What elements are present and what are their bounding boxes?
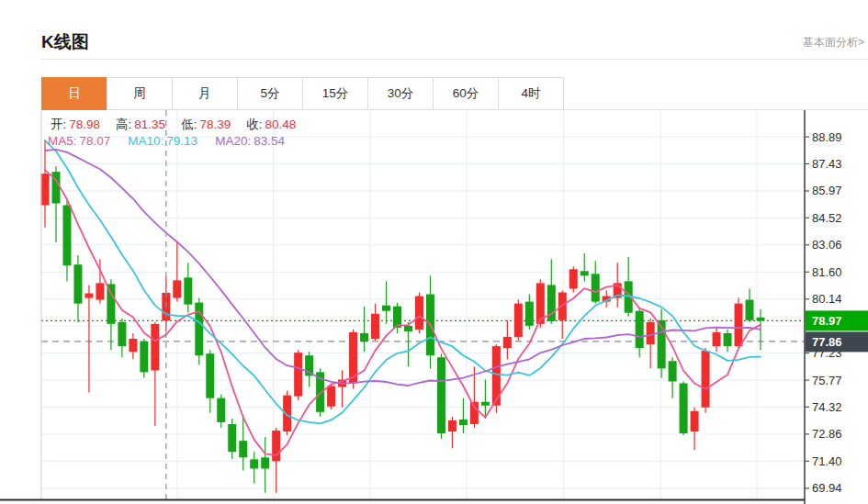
candle-body[interactable]	[195, 303, 203, 356]
candle-body[interactable]	[415, 297, 423, 330]
candle-body[interactable]	[41, 174, 50, 205]
candle-body[interactable]	[206, 353, 214, 398]
ma-item-0: MA5:78.07	[48, 134, 110, 148]
candle-body[interactable]	[481, 402, 490, 406]
candle-body[interactable]	[680, 384, 688, 434]
ohlc-item-2: 低:78.39	[181, 118, 231, 131]
candle-body[interactable]	[691, 411, 699, 431]
tab-period-0[interactable]: 日	[41, 77, 107, 110]
ma-item-2: MA20:83.54	[215, 134, 285, 148]
candle-body[interactable]	[470, 402, 479, 424]
y-tick-label: 85.97	[812, 184, 842, 197]
candle-body[interactable]	[107, 284, 115, 323]
y-tick-label: 83.06	[812, 238, 842, 252]
kline-widget: 88.8987.4385.9784.5283.0681.6080.1477.23…	[0, 0, 868, 504]
y-tick-label: 88.89	[812, 130, 842, 144]
candle-body[interactable]	[239, 441, 247, 457]
y-tick-label: 80.14	[812, 292, 842, 306]
y-tick-label: 74.32	[812, 400, 842, 414]
y-tick-label: 72.86	[812, 427, 842, 441]
candle-body[interactable]	[503, 337, 512, 348]
candle-body[interactable]	[250, 459, 258, 468]
ohlc-item-3: 收:80.48	[246, 118, 296, 131]
candle-body[interactable]	[184, 277, 192, 304]
candle-body[interactable]	[85, 294, 93, 298]
candle-body[interactable]	[569, 269, 578, 288]
candle-body[interactable]	[724, 333, 732, 346]
candle-body[interactable]	[129, 339, 137, 352]
ohlc-legend: 开:78.98高:81.35低:78.39收:80.48	[51, 117, 311, 133]
candle-body[interactable]	[636, 311, 644, 348]
candle-body[interactable]	[713, 332, 721, 346]
period-tab-bar: 日周月5分15分30分60分4时	[41, 77, 564, 110]
candle-body[interactable]	[558, 293, 567, 320]
candle-body[interactable]	[647, 322, 655, 344]
last-price-badge-label: 78.97	[812, 314, 842, 328]
y-tick-label: 69.94	[812, 481, 842, 495]
tab-period-6[interactable]: 60分	[433, 77, 499, 110]
candle-body[interactable]	[404, 326, 412, 331]
tab-period-5[interactable]: 30分	[367, 77, 434, 110]
tab-period-1[interactable]: 周	[107, 77, 173, 110]
candle-body[interactable]	[669, 361, 677, 381]
ma5-line	[45, 170, 761, 455]
candle-body[interactable]	[371, 314, 379, 339]
tab-period-7[interactable]: 4时	[498, 77, 564, 110]
candle-body[interactable]	[294, 353, 302, 396]
candle-body[interactable]	[62, 206, 71, 266]
candle-body[interactable]	[96, 283, 104, 299]
candle-body[interactable]	[327, 386, 335, 407]
candle-body[interactable]	[581, 271, 589, 275]
candle-body[interactable]	[140, 342, 148, 372]
candle-body[interactable]	[437, 357, 445, 433]
ma-item-1: MA10:79.13	[128, 134, 197, 148]
candle-body[interactable]	[228, 424, 236, 452]
tab-period-3[interactable]: 5分	[237, 77, 303, 110]
candle-body[interactable]	[261, 457, 269, 468]
candle-body[interactable]	[173, 280, 181, 297]
y-tick-label: 71.40	[812, 454, 842, 468]
candle-body[interactable]	[735, 304, 743, 346]
candle-body[interactable]	[272, 431, 280, 461]
candle-body[interactable]	[756, 318, 764, 321]
candle-body[interactable]	[448, 420, 457, 431]
kline-chart[interactable]: 88.8987.4385.9784.5283.0681.6080.1477.23…	[0, 0, 868, 504]
candle-body[interactable]	[360, 333, 368, 342]
page-title: K线图	[41, 30, 89, 54]
candle-body[interactable]	[592, 274, 600, 301]
candle-body[interactable]	[702, 351, 710, 408]
y-tick-label: 87.43	[812, 157, 842, 171]
tab-period-2[interactable]: 月	[172, 77, 238, 110]
candle-body[interactable]	[382, 306, 390, 311]
ma10-line	[45, 140, 761, 424]
fundamental-analysis-link[interactable]: 基本面分析>	[803, 35, 864, 50]
ma-legend: MA5:78.07MA10:79.13MA20:83.54	[48, 134, 302, 148]
candle-body[interactable]	[459, 420, 468, 425]
header-divider	[41, 59, 868, 60]
tab-period-4[interactable]: 15分	[302, 77, 368, 110]
y-tick-label: 75.77	[812, 374, 842, 387]
candle-body[interactable]	[151, 324, 159, 371]
candle-body[interactable]	[118, 322, 126, 346]
y-tick-label: 84.52	[812, 211, 842, 225]
reference-price-badge-label: 77.86	[812, 335, 842, 349]
ohlc-item-0: 开:78.98	[51, 118, 100, 131]
ohlc-item-1: 高:81.35	[116, 118, 165, 131]
candle-body[interactable]	[73, 264, 82, 303]
candle-body[interactable]	[514, 304, 523, 337]
candle-body[interactable]	[525, 302, 534, 326]
y-tick-label: 81.60	[812, 265, 842, 279]
candle-body[interactable]	[217, 398, 225, 422]
candle-body[interactable]	[746, 300, 754, 320]
